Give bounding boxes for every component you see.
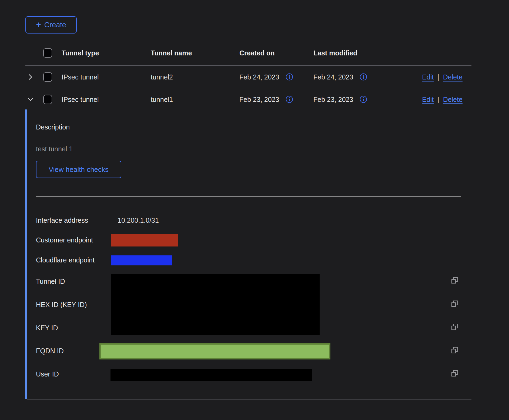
collapse-row-button[interactable] <box>26 95 35 104</box>
create-button-label: Create <box>44 21 66 29</box>
table-bottom-divider <box>27 399 471 400</box>
tunnel-type-cell: IPsec tunnel <box>62 95 99 103</box>
delete-link[interactable]: Delete <box>443 95 463 103</box>
copy-icon[interactable] <box>451 276 459 285</box>
column-header-tunnel-type: Tunnel type <box>62 49 99 57</box>
fqdn-id-redacted-value <box>99 343 330 359</box>
table-header-row: Tunnel type Tunnel name Created on Last … <box>25 41 471 65</box>
tunnel-type-cell: IPsec tunnel <box>62 73 99 81</box>
row-checkbox[interactable] <box>43 72 52 82</box>
tunnel-id-label: Tunnel ID <box>36 277 65 286</box>
info-icon[interactable] <box>360 96 367 103</box>
user-id-redacted-value <box>110 369 312 381</box>
table-row: IPsec tunnel tunnel2 Feb 24, 2023 Feb 24… <box>25 66 471 88</box>
info-icon[interactable] <box>286 96 293 103</box>
created-on-cell: Feb 23, 2023 <box>239 95 279 103</box>
last-modified-cell: Feb 23, 2023 <box>313 95 353 103</box>
interface-address-value: 10.200.1.0/31 <box>118 216 159 225</box>
ids-redacted-block <box>111 274 320 335</box>
table-row: IPsec tunnel tunnel1 Feb 23, 2023 Feb 23… <box>25 88 471 111</box>
expand-row-button[interactable] <box>26 73 35 81</box>
column-header-tunnel-name: Tunnel name <box>151 49 192 57</box>
plus-icon: + <box>36 20 41 29</box>
tunnel-name-cell: tunnel1 <box>151 95 173 103</box>
customer-endpoint-redacted-value <box>111 234 178 246</box>
copy-icon[interactable] <box>451 346 459 355</box>
action-separator: | <box>437 95 439 103</box>
chevron-down-icon <box>26 95 35 104</box>
create-button[interactable]: + Create <box>25 16 77 34</box>
hex-id-label: HEX ID (KEY ID) <box>36 300 87 309</box>
delete-link[interactable]: Delete <box>443 73 463 81</box>
row-checkbox[interactable] <box>43 95 52 104</box>
edit-link[interactable]: Edit <box>422 73 434 81</box>
description-value: test tunnel 1 <box>36 145 73 153</box>
column-header-created-on: Created on <box>239 49 275 57</box>
expanded-row-indicator-bar <box>25 109 27 399</box>
copy-icon[interactable] <box>451 323 459 332</box>
cloudflare-endpoint-label: Cloudflare endpoint <box>36 256 95 264</box>
customer-endpoint-label: Customer endpoint <box>36 236 93 244</box>
created-on-cell: Feb 24, 2023 <box>239 73 279 81</box>
user-id-label: User ID <box>36 370 59 378</box>
column-header-last-modified: Last modified <box>313 49 357 57</box>
fqdn-id-label: FQDN ID <box>36 346 64 355</box>
tunnel-name-cell: tunnel2 <box>151 73 173 81</box>
key-id-label: KEY ID <box>36 324 58 332</box>
chevron-right-icon <box>26 73 35 81</box>
info-icon[interactable] <box>286 73 293 81</box>
info-icon[interactable] <box>360 73 367 81</box>
expanded-row-panel: Description test tunnel 1 View health ch… <box>25 111 484 399</box>
copy-icon[interactable] <box>451 300 459 308</box>
last-modified-cell: Feb 24, 2023 <box>313 73 353 81</box>
copy-icon[interactable] <box>451 369 459 378</box>
cloudflare-endpoint-redacted-value <box>111 255 172 265</box>
section-divider <box>36 196 461 197</box>
interface-address-label: Interface address <box>36 216 88 225</box>
select-all-checkbox[interactable] <box>43 48 52 58</box>
view-health-checks-button[interactable]: View health checks <box>36 161 121 178</box>
edit-link[interactable]: Edit <box>422 95 434 103</box>
action-separator: | <box>437 73 439 81</box>
description-label: Description <box>36 123 70 131</box>
